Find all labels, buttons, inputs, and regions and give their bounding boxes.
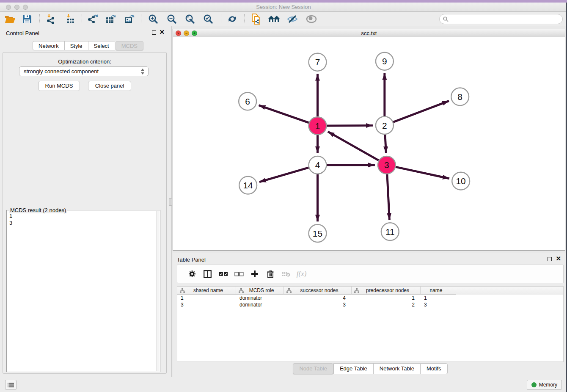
close-panel-button[interactable]: Close panel — [88, 81, 132, 91]
graph-edge[interactable] — [259, 105, 308, 123]
tab-network-table[interactable]: Network Table — [373, 363, 420, 374]
home-icon[interactable] — [267, 13, 281, 25]
tab-style[interactable]: Style — [64, 41, 88, 50]
cell-successor-nodes[interactable]: 3 — [284, 301, 352, 308]
mcds-result-list[interactable]: 13 — [7, 211, 156, 371]
import-table-icon[interactable] — [63, 13, 77, 25]
cell-name[interactable]: 1 — [421, 295, 456, 301]
optimization-criterion-select[interactable]: strongly connected component — [19, 66, 149, 76]
graph-node[interactable]: 4 — [309, 156, 327, 174]
unselect-all-icon[interactable] — [231, 272, 247, 276]
tab-node-table[interactable]: Node Table — [293, 363, 333, 374]
float-table-panel-icon[interactable] — [548, 257, 552, 261]
zoom-in-icon[interactable] — [146, 13, 160, 25]
search-box[interactable] — [439, 14, 563, 24]
function-builder-icon[interactable]: f(x) — [294, 270, 309, 278]
graph-edge[interactable] — [259, 168, 309, 182]
graph-node-label: 15 — [313, 229, 322, 238]
zoom-selected-icon[interactable] — [201, 13, 215, 25]
export-table-icon[interactable] — [104, 13, 118, 25]
result-scrollbar[interactable] — [156, 211, 160, 371]
cell-shared-name[interactable]: 3 — [177, 301, 236, 308]
graph-node[interactable]: 14 — [239, 177, 257, 194]
column-header-shared-name[interactable]: shared name — [177, 287, 236, 295]
graph-node-label: 9 — [382, 56, 387, 66]
column-header-mcds-role[interactable]: MCDS role — [236, 287, 284, 295]
show-graphics-details-icon[interactable] — [305, 13, 318, 25]
tab-edge-table[interactable]: Edge Table — [333, 363, 373, 374]
close-table-panel-icon[interactable]: ✕ — [556, 255, 561, 262]
network-graph[interactable]: 7968124314101511 — [173, 37, 565, 250]
control-panel-title: Control Panel — [6, 30, 39, 36]
graph-edge[interactable] — [387, 174, 389, 220]
export-network-icon[interactable] — [86, 13, 99, 25]
delete-row-icon[interactable] — [262, 270, 278, 278]
graph-node[interactable]: 3 — [378, 156, 396, 174]
cell-predecessor-nodes[interactable]: 1 — [352, 295, 421, 301]
export-image-icon[interactable] — [123, 13, 136, 25]
cell-predecessor-nodes[interactable]: 2 — [352, 301, 421, 308]
zoom-fit-icon[interactable] — [183, 13, 197, 25]
search-input[interactable] — [449, 16, 562, 22]
graph-edge[interactable] — [385, 135, 386, 153]
result-item[interactable]: 1 — [9, 212, 156, 219]
graph-edge[interactable] — [328, 132, 379, 160]
save-session-icon[interactable] — [20, 13, 34, 25]
run-mcds-button[interactable]: Run MCDS — [38, 81, 80, 91]
graph-node[interactable]: 2 — [376, 116, 394, 134]
graph-node[interactable]: 10 — [452, 172, 470, 190]
column-label: name — [421, 287, 456, 293]
tab-network[interactable]: Network — [33, 41, 64, 50]
graph-node[interactable]: 6 — [239, 92, 256, 110]
function-builder-label: f(x) — [297, 270, 307, 278]
memory-button[interactable]: Memory — [527, 380, 562, 390]
column-header-name[interactable]: name — [421, 287, 456, 295]
task-history-icon[interactable] — [5, 380, 17, 390]
tab-motifs[interactable]: Motifs — [420, 363, 448, 374]
add-row-icon[interactable] — [247, 270, 262, 278]
split-pane-divider[interactable] — [171, 26, 172, 377]
close-panel-icon[interactable]: ✕ — [159, 29, 165, 36]
graph-edge[interactable] — [327, 125, 373, 126]
open-session-icon[interactable] — [3, 13, 17, 25]
float-panel-icon[interactable] — [152, 30, 156, 35]
divider-handle[interactable] — [169, 198, 172, 206]
toolbar-separator — [141, 14, 141, 24]
graph-node[interactable]: 9 — [376, 52, 394, 70]
import-network-icon[interactable] — [44, 13, 58, 25]
select-all-icon[interactable] — [215, 272, 231, 276]
apply-layout-icon[interactable] — [226, 13, 239, 25]
toolbar-separator — [39, 14, 40, 24]
control-panel-header: Control Panel ✕ — [0, 26, 171, 39]
table-panel: Table Panel ✕ — [173, 253, 567, 377]
cell-name[interactable]: 3 — [421, 301, 456, 308]
table-row[interactable]: 3dominator323 — [177, 301, 563, 308]
graph-edge[interactable] — [393, 101, 449, 122]
graph-node[interactable]: 7 — [309, 53, 327, 71]
column-header-successor-nodes[interactable]: successor nodes — [284, 287, 352, 295]
graph-node[interactable]: 15 — [309, 224, 327, 242]
new-network-from-selection-icon[interactable] — [249, 13, 263, 25]
graph-edge[interactable] — [396, 167, 449, 178]
network-window-titlebar[interactable]: × – + scc.txt — [173, 29, 565, 37]
graph-node[interactable]: 8 — [451, 88, 469, 106]
zoom-out-icon[interactable] — [165, 13, 179, 25]
tab-select[interactable]: Select — [88, 41, 115, 50]
cell-shared-name[interactable]: 1 — [177, 295, 236, 301]
hide-graphics-details-icon[interactable] — [286, 13, 299, 25]
cell-mcds-role[interactable]: dominator — [236, 295, 284, 301]
tab-mcds[interactable]: MCDS — [116, 41, 143, 50]
table-settings-icon[interactable] — [184, 270, 200, 278]
node-table[interactable]: shared nameMCDS rolesuccessor nodesprede… — [177, 286, 564, 362]
cell-successor-nodes[interactable]: 4 — [284, 295, 352, 301]
graph-node[interactable]: 11 — [381, 223, 399, 240]
network-canvas[interactable]: 7968124314101511 — [173, 37, 565, 250]
split-columns-icon[interactable] — [200, 270, 215, 278]
table-row[interactable]: 1dominator411 — [177, 295, 563, 301]
result-item[interactable]: 3 — [9, 219, 156, 226]
cell-mcds-role[interactable]: dominator — [236, 301, 284, 308]
select-stepper-icon — [141, 68, 145, 75]
delete-table-icon[interactable] — [278, 271, 294, 277]
column-header-predecessor-nodes[interactable]: predecessor nodes — [352, 287, 421, 295]
graph-node[interactable]: 1 — [309, 117, 327, 135]
